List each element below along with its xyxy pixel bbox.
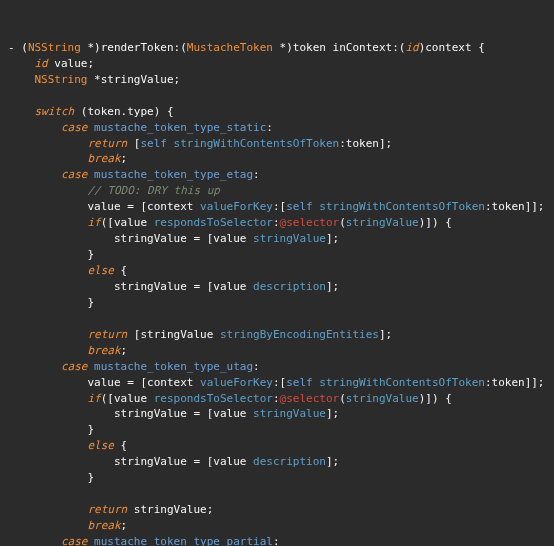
code-line: } <box>87 248 94 261</box>
code-line: break; <box>87 519 127 532</box>
code-line: else { <box>87 439 127 452</box>
code-line: stringValue = [value stringValue]; <box>114 232 339 245</box>
code-line: case mustache_token_type_utag: <box>61 360 260 373</box>
code-line: stringValue = [value stringValue]; <box>114 407 339 420</box>
code-line: return stringValue; <box>87 503 213 516</box>
code-line: - (NSString *)renderToken:(MustacheToken… <box>8 41 485 54</box>
code-line: value = [context valueForKey:[self strin… <box>87 376 544 389</box>
code-line: case mustache_token_type_partial: <box>61 535 280 546</box>
code-line: case mustache_token_type_etag: <box>61 168 260 181</box>
code-line: NSString *stringValue; <box>35 73 181 86</box>
code-line: return [self stringWithContentsOfToken:t… <box>87 137 392 150</box>
code-line: switch (token.type) { <box>35 105 174 118</box>
code-line: else { <box>87 264 127 277</box>
code-line: break; <box>87 344 127 357</box>
code-line: if([value respondsToSelector:@selector(s… <box>87 392 451 405</box>
code-line: break; <box>87 152 127 165</box>
code-line: stringValue = [value description]; <box>114 280 339 293</box>
code-line: value = [context valueForKey:[self strin… <box>87 200 544 213</box>
code-comment: // TODO: DRY this up <box>87 184 219 197</box>
code-line: } <box>87 296 94 309</box>
code-block: - (NSString *)renderToken:(MustacheToken… <box>8 40 546 546</box>
code-line: stringValue = [value description]; <box>114 455 339 468</box>
code-line: id value; <box>35 57 95 70</box>
code-line: return [stringValue stringByEncodingEnti… <box>87 328 392 341</box>
code-line: if([value respondsToSelector:@selector(s… <box>87 216 451 229</box>
code-line: case mustache_token_type_static: <box>61 121 273 134</box>
code-line: } <box>87 423 94 436</box>
code-line: } <box>87 471 94 484</box>
